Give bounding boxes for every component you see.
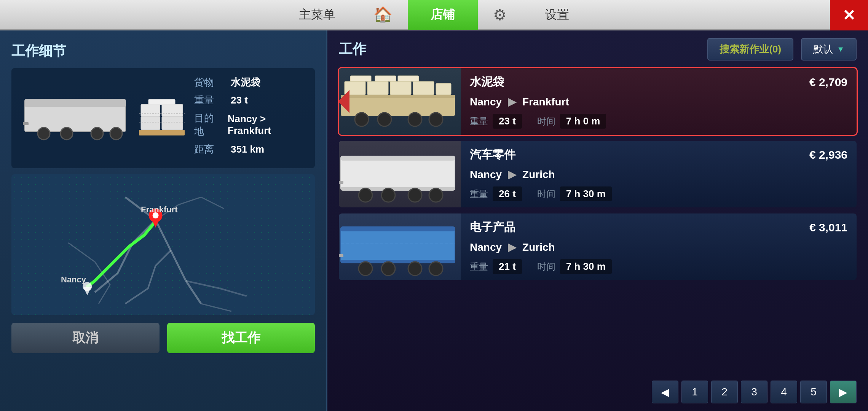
nav-settings[interactable]: 设置: [522, 0, 592, 30]
nav-settings-icon[interactable]: ⚙: [478, 0, 522, 30]
dest-label: 目的地: [194, 112, 222, 138]
job-2-route: Nancy ▶ Zurich: [470, 168, 847, 181]
action-buttons: 取消 找工作: [11, 323, 315, 353]
svg-rect-43: [341, 227, 455, 231]
page-1-button[interactable]: 1: [681, 381, 708, 403]
svg-point-4: [91, 127, 103, 140]
job-2-weight-label: 重量: [470, 188, 488, 200]
job-card-2[interactable]: 汽车零件 € 2,936 Nancy ▶ Zurich 重量 26 t: [339, 141, 857, 207]
job-2-weight: 26 t: [493, 186, 522, 201]
job-card-1-image: [339, 68, 461, 135]
dist-row: 距离 351 km: [194, 143, 303, 156]
svg-point-39: [408, 188, 422, 202]
job-3-stats: 重量 21 t 时间 7 h 30 m: [470, 259, 847, 274]
svg-point-2: [38, 127, 50, 140]
svg-rect-34: [341, 156, 455, 190]
weight-value: 23 t: [231, 94, 248, 106]
route-arrow-1: ▶: [508, 96, 516, 108]
svg-point-40: [429, 188, 443, 202]
nancy-label: Nancy: [61, 275, 86, 285]
job-2-price: € 2,936: [809, 148, 847, 161]
svg-point-32: [408, 113, 422, 126]
left-panel: 工作细节: [0, 30, 327, 411]
weight-row: 重量 23 t: [194, 94, 303, 107]
cancel-button[interactable]: 取消: [11, 323, 160, 353]
cargo-label: 货物: [194, 76, 225, 89]
svg-rect-8: [141, 116, 160, 130]
job-card-3-info: 电子产品 € 3,011 Nancy ▶ Zurich 重量 21 t: [461, 213, 857, 280]
svg-point-3: [61, 127, 73, 140]
page-4-button[interactable]: 4: [771, 381, 797, 403]
svg-point-31: [378, 113, 391, 126]
svg-point-46: [359, 262, 372, 276]
job-2-time-label: 时间: [537, 188, 555, 200]
job-1-time: 7 h 0 m: [560, 114, 606, 129]
nav-shop[interactable]: 店铺: [408, 0, 478, 30]
job-1-time-label: 时间: [537, 115, 555, 127]
job-3-route: Nancy ▶ Zurich: [470, 241, 847, 253]
page-next-button[interactable]: ▶: [830, 381, 857, 403]
job-2-to: Zurich: [522, 169, 555, 181]
job-card-3[interactable]: 电子产品 € 3,011 Nancy ▶ Zurich 重量 21 t: [339, 213, 857, 280]
job-list: 水泥袋 € 2,709 Nancy ▶ Frankfurt 重量 23 t: [339, 68, 857, 374]
nav-home-icon[interactable]: 🏠: [358, 0, 408, 30]
svg-rect-35: [341, 156, 455, 161]
route-map: Frankfurt Nancy: [11, 174, 315, 315]
job-2-weight-group: 重量 26 t: [470, 186, 522, 201]
svg-rect-10: [141, 104, 160, 116]
find-job-button[interactable]: 找工作: [167, 323, 315, 353]
search-btn-label: 搜索新作业(0): [720, 43, 781, 55]
job-card-2-image: [339, 141, 461, 207]
page-5-button[interactable]: 5: [800, 381, 827, 403]
job-card-1[interactable]: 水泥袋 € 2,709 Nancy ▶ Frankfurt 重量 23 t: [339, 68, 857, 135]
svg-rect-42: [341, 227, 455, 263]
job-card-3-header: 电子产品 € 3,011: [470, 220, 847, 235]
job-3-weight: 21 t: [493, 259, 522, 274]
job-1-to: Frankfurt: [522, 96, 569, 108]
default-sort-button[interactable]: 默认 ▼: [801, 38, 857, 61]
job-detail-header: 货物 水泥袋 重量 23 t 目的地 Nancy > Frankfurt 距离 …: [11, 68, 315, 168]
job-1-weight-label: 重量: [470, 115, 488, 127]
weight-label: 重量: [194, 94, 225, 107]
job-card-2-header: 汽车零件 € 2,936: [470, 147, 847, 162]
page-prev-button[interactable]: ◀: [652, 381, 678, 403]
job-1-weight: 23 t: [493, 114, 522, 129]
frankfurt-label: Frankfurt: [141, 205, 178, 215]
dest-row: 目的地 Nancy > Frankfurt: [194, 112, 303, 138]
svg-point-47: [381, 262, 395, 276]
job-2-stats: 重量 26 t 时间 7 h 30 m: [470, 186, 847, 201]
job-info: 货物 水泥袋 重量 23 t 目的地 Nancy > Frankfurt 距离 …: [194, 76, 303, 161]
svg-point-48: [408, 262, 422, 276]
job-card-1-info: 水泥袋 € 2,709 Nancy ▶ Frankfurt 重量 23 t: [461, 68, 857, 135]
job-3-cargo: 电子产品: [470, 220, 515, 235]
job-3-time-label: 时间: [537, 261, 555, 273]
page-2-button[interactable]: 2: [711, 381, 738, 403]
dist-value: 351 km: [231, 143, 264, 155]
svg-marker-19: [83, 287, 91, 295]
svg-point-49: [429, 262, 443, 276]
job-1-stats: 重量 23 t 时间 7 h 0 m: [470, 114, 847, 129]
job-3-price: € 3,011: [809, 221, 847, 234]
close-button[interactable]: ✕: [830, 0, 868, 30]
cargo-value: 水泥袋: [231, 76, 260, 89]
search-new-jobs-button[interactable]: 搜索新作业(0): [707, 38, 793, 61]
svg-rect-7: [139, 130, 185, 135]
job-3-weight-label: 重量: [470, 261, 488, 273]
svg-point-33: [429, 113, 443, 126]
job-3-time: 7 h 30 m: [560, 259, 612, 274]
job-3-weight-group: 重量 21 t: [470, 259, 522, 274]
dest-value: Nancy > Frankfurt: [228, 113, 303, 137]
pagination: ◀ 1 2 3 4 5 ▶: [339, 381, 857, 403]
job-1-price: € 2,709: [809, 76, 847, 89]
svg-rect-26: [436, 83, 451, 95]
top-navigation: 主菜单 🏠 店铺 ⚙ 设置 ✕: [0, 0, 868, 30]
svg-rect-11: [162, 104, 183, 116]
nav-main-menu[interactable]: 主菜单: [276, 0, 358, 30]
job-2-from: Nancy: [470, 169, 502, 181]
job-2-time-group: 时间 7 h 30 m: [537, 186, 612, 201]
job-3-from: Nancy: [470, 241, 502, 253]
job-1-from: Nancy: [470, 96, 502, 108]
right-panel-header: 工作 搜索新作业(0) 默认 ▼: [339, 38, 857, 61]
page-3-button[interactable]: 3: [741, 381, 767, 403]
map-svg: [11, 174, 315, 315]
